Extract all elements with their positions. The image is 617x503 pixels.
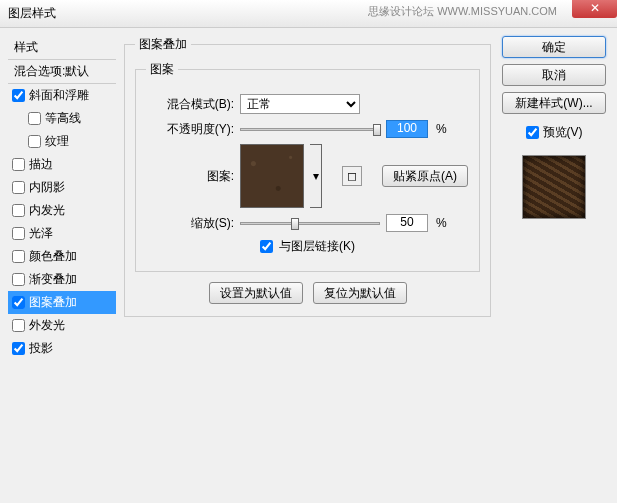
blending-options[interactable]: 混合选项:默认 — [8, 60, 116, 84]
new-preset-icon[interactable]: ◻ — [342, 166, 362, 186]
scale-label: 缩放(S): — [146, 215, 234, 232]
style-item[interactable]: 纹理 — [8, 130, 116, 153]
style-label: 斜面和浮雕 — [29, 87, 89, 104]
style-label: 图案叠加 — [29, 294, 77, 311]
style-checkbox[interactable] — [12, 89, 25, 102]
style-label: 等高线 — [45, 110, 81, 127]
style-label: 光泽 — [29, 225, 53, 242]
style-item[interactable]: 内发光 — [8, 199, 116, 222]
inner-title: 图案 — [146, 61, 178, 78]
link-layer-label: 与图层链接(K) — [279, 238, 355, 255]
style-label: 外发光 — [29, 317, 65, 334]
style-item[interactable]: 颜色叠加 — [8, 245, 116, 268]
window-title: 图层样式 — [4, 5, 56, 22]
style-checkbox[interactable] — [12, 250, 25, 263]
link-layer-checkbox[interactable] — [260, 240, 273, 253]
opacity-value[interactable]: 100 — [386, 120, 428, 138]
pattern-swatch[interactable] — [240, 144, 304, 208]
style-item[interactable]: 投影 — [8, 337, 116, 360]
style-label: 渐变叠加 — [29, 271, 77, 288]
style-label: 内阴影 — [29, 179, 65, 196]
style-item[interactable]: 内阴影 — [8, 176, 116, 199]
preview-swatch — [522, 155, 586, 219]
style-checkbox[interactable] — [12, 296, 25, 309]
pattern-inner-group: 图案 混合模式(B): 正常 不透明度(Y): 100 % 图案: ▾ ◻ — [135, 61, 480, 272]
ok-button[interactable]: 确定 — [502, 36, 606, 58]
close-button[interactable]: ✕ — [572, 0, 617, 18]
style-item[interactable]: 光泽 — [8, 222, 116, 245]
pattern-dropdown[interactable]: ▾ — [310, 144, 322, 208]
style-checkbox[interactable] — [28, 112, 41, 125]
style-checkbox[interactable] — [12, 181, 25, 194]
style-checkbox[interactable] — [12, 204, 25, 217]
style-checkbox[interactable] — [12, 342, 25, 355]
pct-label-2: % — [436, 216, 447, 230]
style-item[interactable]: 外发光 — [8, 314, 116, 337]
watermark: 思缘设计论坛 WWW.MISSYUAN.COM — [368, 4, 557, 19]
style-item[interactable]: 描边 — [8, 153, 116, 176]
scale-value[interactable]: 50 — [386, 214, 428, 232]
style-item[interactable]: 渐变叠加 — [8, 268, 116, 291]
opacity-slider[interactable] — [240, 128, 380, 131]
snap-origin-button[interactable]: 贴紧原点(A) — [382, 165, 468, 187]
style-checkbox[interactable] — [12, 227, 25, 240]
scale-slider[interactable] — [240, 222, 380, 225]
titlebar: 图层样式 思缘设计论坛 WWW.MISSYUAN.COM ✕ — [0, 0, 617, 28]
make-default-button[interactable]: 设置为默认值 — [209, 282, 303, 304]
style-checkbox[interactable] — [12, 158, 25, 171]
pct-label: % — [436, 122, 447, 136]
opacity-label: 不透明度(Y): — [146, 121, 234, 138]
blend-mode-label: 混合模式(B): — [146, 96, 234, 113]
preview-checkbox[interactable] — [526, 126, 539, 139]
pattern-label: 图案: — [146, 168, 234, 185]
reset-default-button[interactable]: 复位为默认值 — [313, 282, 407, 304]
style-label: 描边 — [29, 156, 53, 173]
pattern-overlay-group: 图案叠加 图案 混合模式(B): 正常 不透明度(Y): 100 % 图案: ▾ — [124, 36, 491, 317]
preview-label: 预览(V) — [543, 124, 583, 141]
style-item[interactable]: 图案叠加 — [8, 291, 116, 314]
style-label: 颜色叠加 — [29, 248, 77, 265]
style-checkbox[interactable] — [28, 135, 41, 148]
right-panel: 确定 取消 新建样式(W)... 预览(V) — [499, 36, 609, 495]
style-item[interactable]: 等高线 — [8, 107, 116, 130]
styles-header: 样式 — [8, 36, 116, 60]
style-label: 投影 — [29, 340, 53, 357]
blend-mode-select[interactable]: 正常 — [240, 94, 360, 114]
group-title: 图案叠加 — [135, 36, 191, 53]
style-label: 纹理 — [45, 133, 69, 150]
style-item[interactable]: 斜面和浮雕 — [8, 84, 116, 107]
style-label: 内发光 — [29, 202, 65, 219]
styles-list-panel: 样式 混合选项:默认 斜面和浮雕等高线纹理描边内阴影内发光光泽颜色叠加渐变叠加图… — [8, 36, 116, 495]
style-checkbox[interactable] — [12, 273, 25, 286]
cancel-button[interactable]: 取消 — [502, 64, 606, 86]
new-style-button[interactable]: 新建样式(W)... — [502, 92, 606, 114]
style-checkbox[interactable] — [12, 319, 25, 332]
